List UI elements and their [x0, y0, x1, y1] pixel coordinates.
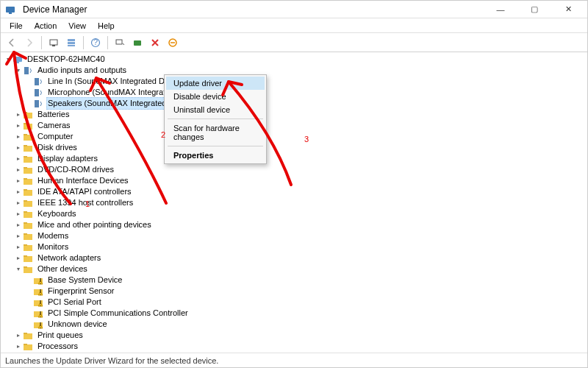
category-item[interactable]: Modems [36, 230, 70, 241]
computer-icon[interactable] [46, 35, 62, 51]
category-item[interactable]: DVD/CD-ROM drives [36, 164, 115, 175]
folder-icon [23, 121, 33, 131]
folder-icon [23, 154, 33, 164]
category-item[interactable]: SD host adapters [36, 352, 101, 353]
other-device[interactable]: Base System Device [46, 275, 123, 286]
tree-expander-icon[interactable]: ▸ [14, 341, 23, 352]
menu-view[interactable]: View [62, 20, 92, 32]
ctx-uninstall-device[interactable]: Uninstall device [166, 103, 265, 116]
svg-rect-4 [68, 39, 75, 41]
show-hidden-icon[interactable] [63, 35, 79, 51]
category-audio[interactable]: Audio inputs and outputs [36, 65, 128, 76]
category-item[interactable]: IEEE 1394 host controllers [36, 197, 135, 208]
tree-expander-icon[interactable]: ▸ [14, 164, 23, 175]
tree-root[interactable]: DESKTOP-62HMC40 [26, 54, 107, 65]
tree-expander-icon[interactable]: ▸ [14, 252, 23, 263]
category-item[interactable]: Print queues [36, 330, 85, 341]
category-item[interactable]: Display adapters [36, 153, 99, 164]
tree-expander-icon[interactable]: ▾ [4, 54, 12, 65]
tree-expander-icon[interactable]: ▸ [14, 109, 23, 120]
ctx-scan-hardware[interactable]: Scan for hardware changes [166, 121, 265, 144]
scan-icon[interactable] [112, 35, 128, 51]
ctx-disable-device[interactable]: Disable device [166, 90, 265, 103]
svg-rect-16 [35, 89, 39, 96]
svg-rect-38 [24, 223, 32, 229]
svg-text:!: ! [39, 287, 41, 296]
tree-expander-icon[interactable]: ▸ [14, 208, 23, 219]
svg-rect-30 [24, 179, 32, 185]
maximize-button[interactable]: ▢ [520, 1, 549, 18]
svg-rect-10 [134, 40, 141, 46]
category-item[interactable]: Batteries [36, 109, 71, 120]
tree-expander-icon[interactable]: ▸ [14, 330, 23, 341]
tree-expander-icon[interactable]: ▸ [14, 197, 23, 208]
close-button[interactable]: ✕ [553, 1, 583, 18]
svg-rect-36 [24, 212, 32, 218]
menu-action[interactable]: Action [29, 20, 63, 32]
svg-rect-2 [50, 40, 57, 45]
tree-expander-icon[interactable]: ▸ [14, 219, 23, 230]
svg-text:!: ! [39, 309, 41, 318]
tree-expander-icon[interactable]: ▸ [14, 241, 23, 252]
device-tree[interactable]: ▾DESKTOP-62HMC40▾Audio inputs and output… [1, 52, 587, 353]
tree-expander-icon[interactable]: ▸ [14, 230, 23, 241]
svg-rect-18 [24, 113, 32, 118]
category-item[interactable]: Human Interface Devices [36, 175, 130, 186]
toolbar: ? [1, 33, 587, 52]
svg-rect-14 [24, 67, 29, 74]
other-device[interactable]: PCI Simple Communications Controller [46, 308, 190, 319]
svg-rect-3 [52, 45, 55, 46]
ctx-update-driver[interactable]: Update driver [166, 77, 265, 90]
tree-expander-icon[interactable]: ▸ [14, 153, 23, 164]
folder-icon [23, 198, 33, 208]
tree-expander-icon[interactable]: ▸ [14, 175, 23, 186]
disable-icon[interactable] [165, 35, 181, 51]
tree-expander-icon[interactable]: ▸ [14, 142, 23, 153]
svg-rect-35 [24, 200, 27, 202]
warn-icon: ! [33, 308, 43, 319]
tree-expander-icon[interactable]: ▸ [14, 120, 23, 131]
svg-rect-42 [24, 245, 32, 251]
category-item[interactable]: Network adapters [36, 252, 102, 263]
menu-help[interactable]: Help [92, 20, 121, 32]
tree-expander-icon[interactable]: ▸ [14, 131, 23, 142]
category-item[interactable]: Mice and other pointing devices [36, 219, 153, 230]
category-item[interactable]: Disk drives [36, 142, 79, 153]
update-driver-icon[interactable] [129, 35, 146, 51]
category-item[interactable]: IDE ATA/ATAPI controllers [36, 186, 133, 197]
pc-icon [12, 54, 23, 65]
other-device[interactable]: Fingerprint Sensor [46, 286, 116, 297]
folder-icon [23, 242, 33, 252]
svg-rect-21 [24, 123, 27, 124]
tree-expander-icon[interactable]: ▸ [14, 352, 23, 353]
svg-rect-46 [24, 267, 32, 273]
folder-icon [23, 209, 33, 219]
other-device[interactable]: PCI Serial Port [46, 297, 103, 308]
category-other-devices[interactable]: Other devices [36, 263, 89, 275]
device-manager-icon [5, 4, 15, 15]
category-item[interactable]: Cameras [36, 120, 72, 131]
svg-rect-9 [116, 40, 122, 44]
category-item[interactable]: Computer [36, 131, 74, 142]
uninstall-icon[interactable] [147, 35, 163, 51]
category-item[interactable]: Monitors [36, 241, 70, 252]
menu-file[interactable]: File [4, 20, 29, 32]
svg-rect-44 [24, 256, 32, 262]
speaker-icon [33, 88, 43, 98]
other-device[interactable]: Unknown device [46, 319, 109, 330]
titlebar: Device Manager — ▢ ✕ [1, 1, 587, 18]
tree-expander-icon[interactable]: ▾ [14, 263, 23, 275]
category-item[interactable]: Processors [36, 341, 79, 352]
category-item[interactable]: Keyboards [36, 208, 78, 219]
back-icon[interactable] [4, 35, 20, 51]
help-icon[interactable]: ? [87, 35, 104, 51]
ctx-properties[interactable]: Properties [166, 149, 265, 162]
menubar: File Action View Help [1, 18, 587, 33]
tree-expander-icon[interactable]: ▸ [14, 186, 23, 197]
svg-rect-45 [24, 255, 27, 257]
svg-rect-34 [24, 201, 32, 207]
svg-rect-17 [35, 100, 39, 107]
forward-icon[interactable] [21, 35, 37, 51]
tree-expander-icon[interactable]: ▾ [14, 65, 23, 76]
minimize-button[interactable]: — [486, 1, 515, 18]
